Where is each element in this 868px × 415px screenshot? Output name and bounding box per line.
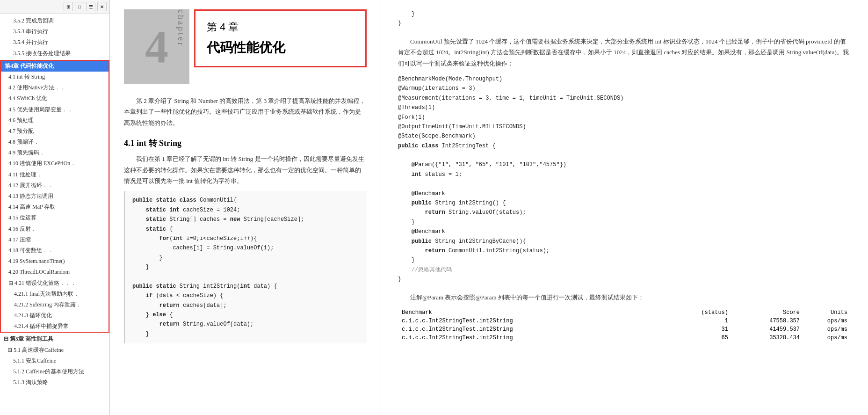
benchmark-cell: c.i.c.c.Int2StringTest.int2String (398, 317, 668, 325)
units-cell: ops/ms (803, 334, 851, 342)
benchmark-row-1: c.i.c.c.Int2StringTest.int2String 1 4755… (398, 317, 851, 325)
toc-item-3-5-3[interactable]: 3.5.3 串行执行 (0, 26, 109, 37)
toc-item-4-8[interactable]: 4.8 预编译． (1, 137, 108, 147)
status-cell: 31 (668, 325, 732, 334)
chapter-number: 4 (145, 23, 168, 70)
score-col-header: Score (732, 308, 803, 317)
toc-item-4-1[interactable]: 4.1 int 转 String (1, 72, 108, 82)
toc-item-4-18[interactable]: 4.18 可变数组．． (1, 245, 108, 256)
status-cell: 65 (668, 334, 732, 342)
toc-item-5-1-1[interactable]: 5.1.1 安装Caffeine (0, 356, 109, 366)
sidebar-btn-grid[interactable]: ⊞ (64, 2, 73, 11)
toc-item-4-20[interactable]: 4.20 ThreadLOCalRandom (1, 267, 108, 277)
toc-item-ch5[interactable]: ⊟ 第5章 高性能工具 (0, 334, 109, 344)
code-block-1: public static class CommonUtil{ static i… (124, 191, 367, 343)
chapter-number-block: 4 chapter (124, 9, 189, 84)
toc-item-4-15[interactable]: 4.15 位运算 (1, 212, 108, 223)
toc-item-4-21-3[interactable]: 4.21.3 循环优化 (1, 310, 108, 321)
toc-item-4-12[interactable]: 4.12 展开循环．． (1, 180, 108, 191)
toc-item-3-5-4[interactable]: 3.5.4 并行执行 (0, 37, 109, 48)
toc-item-4-21-4[interactable]: 4.21.4 循环中捕捉异常 (1, 321, 108, 332)
toc-highlighted-group: 第4章 代码性能优化4.1 int 转 String4.2 使用Native方法… (0, 60, 109, 333)
toc-item-4-21-1[interactable]: 4.21.1 final无法帮助内联． (1, 289, 108, 299)
status-cell: 1 (668, 317, 732, 325)
units-cell: ops/ms (803, 325, 851, 334)
code-block-2: @BenchmarkMode(Mode.Throughput) @Warmup(… (398, 74, 851, 284)
toc-item-4-5[interactable]: 4.5 优先使用局部变量．． (1, 104, 108, 115)
toc-item-4-16[interactable]: 4.16 反射． (1, 224, 108, 234)
toc-item-5-1[interactable]: ⊟ 5.1 高速缓存Caffeine (0, 345, 109, 356)
benchmark-row-2: c.i.c.c.Int2StringTest.int2String 31 414… (398, 325, 851, 334)
chapter-title-box: 第 4 章 代码性能优化 (194, 9, 367, 67)
toc-item-3-5-5[interactable]: 3.5.5 接收任务处理结果 (0, 48, 109, 59)
toc-item-4-7[interactable]: 4.7 预分配 (1, 126, 108, 137)
code-top: } } (398, 9, 851, 29)
toc-item-4-10[interactable]: 4.10 谨慎使用 EXCePtiOn． (1, 158, 108, 169)
toc-item-4-21[interactable]: ⊟ 4.21 错误优化策略．．． (1, 278, 108, 289)
toc-item-4-9[interactable]: 4.9 预先编码． (1, 147, 108, 158)
main-content: 4 chapter 第 4 章 代码性能优化 第 2 章介绍了 String 和… (110, 0, 868, 415)
toc-tree: 3.5.2 完成后回调3.5.3 串行执行3.5.4 并行执行3.5.5 接收任… (0, 14, 109, 415)
toc-item-4-14[interactable]: 4.14 高速 MaP 存取 (1, 202, 108, 212)
page-left: 4 chapter 第 4 章 代码性能优化 第 2 章介绍了 String 和… (110, 0, 381, 415)
sidebar-btn-list[interactable]: ☰ (86, 2, 95, 11)
benchmark-cell: c.i.c.c.Int2StringTest.int2String (398, 325, 668, 334)
sidebar: ⊞ □ ☰ ✕ 3.5.2 完成后回调3.5.3 串行执行3.5.4 并行执行3… (0, 0, 110, 415)
toc-item-4-2[interactable]: 4.2 使用Native方法．． (1, 82, 108, 93)
sidebar-btn-close[interactable]: ✕ (97, 2, 107, 11)
sidebar-toolbar: ⊞ □ ☰ ✕ (0, 0, 109, 14)
status-col-header: (status) (668, 308, 732, 317)
toc-item-ch4[interactable]: 第4章 代码性能优化 (1, 61, 108, 72)
units-col-header: Units (803, 308, 851, 317)
benchmark-cell: c.i.c.c.Int2StringTest.int2String (398, 334, 668, 342)
toc-item-4-19[interactable]: 4.19 SyStem.nanoTime() (1, 256, 108, 267)
toc-item-3-5-2[interactable]: 3.5.2 完成后回调 (0, 15, 109, 26)
benchmark-row-3: c.i.c.c.Int2StringTest.int2String 65 353… (398, 334, 851, 342)
sidebar-btn-square[interactable]: □ (75, 2, 84, 11)
benchmark-header-row: Benchmark (status) Score Units (398, 308, 851, 317)
benchmark-table: Benchmark (status) Score Units c.i.c.c.I… (398, 308, 851, 342)
chapter-intro: 第 2 章介绍了 String 和 Number 的高效用法，第 3 章介绍了提… (124, 95, 367, 128)
chapter-label: 第 4 章 (207, 20, 354, 34)
section-41-para1: 我们在第 1 章已经了解了无谓的 int 转 String 是一个耗时操作，因此… (124, 153, 367, 186)
score-cell: 41459.537 (732, 325, 803, 334)
chapter-word: chapter (176, 9, 186, 84)
units-cell: ops/ms (803, 317, 851, 325)
toc-item-5-1-3[interactable]: 5.1.3 淘汰策略 (0, 377, 109, 388)
score-cell: 47558.357 (732, 317, 803, 325)
toc-item-4-13[interactable]: 4.13 静态方法调用 (1, 191, 108, 202)
page-right: } } CommonUtil 预先设置了 1024 个缓存，这个值需要根据业务系… (381, 0, 868, 415)
right-para1: CommonUtil 预先设置了 1024 个缓存，这个值需要根据业务系统来决定… (398, 36, 851, 69)
right-para2: 注解@Param 表示会按照@Param 列表中的每一个值进行一次测试，最终测试… (398, 292, 851, 303)
toc-item-4-4[interactable]: 4.4 SWitCh 优化 (1, 93, 108, 104)
score-cell: 35328.434 (732, 334, 803, 342)
chapter-header: 4 chapter 第 4 章 代码性能优化 (124, 9, 367, 84)
toc-item-4-11[interactable]: 4.11 批处理． (1, 169, 108, 180)
toc-item-4-21-2[interactable]: 4.21.2 SubString 内存泄露． (1, 299, 108, 310)
toc-item-5-1-2[interactable]: 5.1.2 Caffeine的基本使用方法 (0, 366, 109, 377)
chapter-title-cn: 代码性能优化 (207, 39, 354, 57)
toc-item-4-6[interactable]: 4.6 预处理 (1, 115, 108, 126)
benchmark-col-header: Benchmark (398, 308, 668, 317)
toc-item-4-17[interactable]: 4.17 压缩 (1, 234, 108, 245)
section-41-heading: 4.1 int 转 String (124, 138, 367, 149)
